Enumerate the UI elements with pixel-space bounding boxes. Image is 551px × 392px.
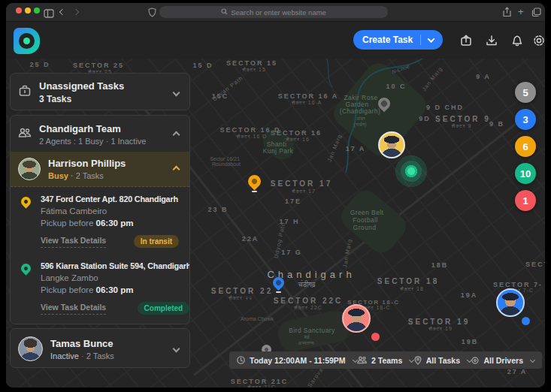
driver-avatar-blue[interactable]: [496, 288, 525, 317]
browser-chrome: Search or enter website name +: [6, 3, 545, 21]
view-task-details-link[interactable]: View Task Details: [41, 303, 106, 315]
task-item[interactable]: 347 Ford Center Apt. 820 Chandigarh Fáti…: [11, 187, 189, 257]
filter-date-range[interactable]: Today 12:00AM - 11:59PM: [237, 356, 357, 365]
pickup-time: 06:30 pm: [96, 219, 134, 228]
agent-name: Tamas Bunce: [50, 338, 166, 349]
pickup-time: 06:30 pm: [96, 285, 134, 294]
briefcase-icon: [18, 84, 32, 101]
driver-avatar-red[interactable]: [342, 304, 371, 333]
avatar: [18, 158, 41, 180]
task-contact: Fátima Cambeiro: [41, 207, 180, 216]
avatar: [18, 336, 43, 361]
unassigned-count: 3 Tasks: [39, 94, 166, 104]
team-header[interactable]: Chandigarh Team 2 Agents : 1 Busy · 1 In…: [11, 116, 189, 152]
team-card: Chandigarh Team 2 Agents : 1 Busy · 1 In…: [10, 115, 190, 324]
task-item[interactable]: 596 Kiarra Station Suite 594, Chandigarh…: [11, 257, 189, 324]
export-icon[interactable]: [459, 34, 473, 47]
agent-status-badge: Busy: [48, 171, 68, 180]
status-badge: Completed: [138, 302, 190, 315]
minimize-window-button[interactable]: [25, 8, 31, 14]
agent-task-count: 2 Tasks: [76, 171, 104, 180]
download-icon[interactable]: [485, 34, 498, 47]
chevron-down-icon[interactable]: [173, 345, 180, 353]
unassigned-title: Unassigned Tasks: [39, 80, 166, 92]
active-driver-pulse[interactable]: [395, 155, 428, 188]
search-icon: [221, 8, 228, 17]
unassigned-tasks-card[interactable]: Unassigned Tasks 3 Tasks: [10, 73, 190, 110]
agent-card-tamas[interactable]: Tamas Bunce Inactive · 2 Tasks: [10, 328, 190, 368]
app-logo[interactable]: [14, 28, 40, 54]
tabs-icon[interactable]: [531, 7, 541, 20]
create-task-label: Create Task: [362, 35, 413, 45]
cluster-badge-completed[interactable]: 10: [515, 163, 536, 184]
pin-base: [252, 191, 257, 192]
chevron-up-icon[interactable]: [173, 165, 180, 173]
close-window-button[interactable]: [16, 8, 22, 14]
create-task-button[interactable]: Create Task: [353, 30, 443, 50]
clock-icon: [237, 356, 245, 364]
task-address: 596 Kiarra Station Suite 594, Chandigarh: [41, 261, 190, 270]
browser-window: Search or enter website name + Create Ta…: [6, 3, 545, 387]
task-dot-blue[interactable]: [522, 317, 530, 325]
status-badge: In transit: [134, 235, 179, 248]
chevron-down-icon[interactable]: [173, 89, 180, 96]
teams-icon: [357, 356, 367, 364]
chevron-down-icon: [530, 357, 535, 363]
zoom-window-button[interactable]: [34, 8, 40, 14]
filter-drivers[interactable]: All Drivers: [471, 356, 534, 365]
agent-name: Harrison Phillips: [48, 158, 166, 169]
agent-task-count: 2 Tasks: [86, 351, 114, 360]
driver-avatar-yellow[interactable]: [378, 131, 405, 158]
pickup-pin-icon: [19, 194, 32, 208]
cluster-badge-inprogress[interactable]: 6: [515, 136, 536, 157]
new-tab-icon[interactable]: +: [518, 6, 524, 17]
cluster-badge-unassigned[interactable]: 5: [515, 82, 536, 103]
back-icon[interactable]: [59, 9, 65, 15]
agent-status: Inactive: [50, 351, 79, 360]
pin-base: [276, 291, 281, 293]
task-dot-red[interactable]: [371, 333, 380, 341]
filter-tasks[interactable]: All Tasks: [414, 356, 471, 365]
task-contact: Langke Zambo: [41, 273, 190, 282]
pin-icon: [414, 356, 422, 365]
team-icon: [18, 127, 32, 142]
team-summary: 2 Agents : 1 Busy · 1 Inactive: [39, 137, 166, 146]
app-header: Create Task: [6, 21, 545, 59]
address-bar-placeholder: Search or enter website name: [231, 8, 326, 17]
bell-icon[interactable]: [510, 34, 524, 47]
chevron-down-icon: [428, 35, 435, 43]
cluster-badge-failed[interactable]: 1: [515, 190, 536, 211]
gear-icon[interactable]: [532, 34, 545, 47]
chevron-up-icon[interactable]: [173, 131, 180, 138]
filter-teams[interactable]: 2 Teams: [357, 356, 413, 365]
cluster-badge-assigned[interactable]: 3: [515, 109, 536, 130]
view-task-details-link[interactable]: View Task Details: [41, 236, 106, 248]
forward-icon[interactable]: [73, 9, 79, 15]
filter-bar: Today 12:00AM - 11:59PM 2 Teams All Task…: [229, 351, 542, 369]
team-name: Chandigarh Team: [39, 123, 166, 134]
shield-icon[interactable]: [148, 7, 156, 20]
share-icon[interactable]: [502, 7, 512, 20]
address-bar[interactable]: Search or enter website name: [159, 6, 388, 18]
agent-row-harrison[interactable]: Harrison Phillips Busy · 2 Tasks: [11, 152, 189, 187]
map-canvas[interactable]: 25 D SECTOR 25 सैक्टर 25 15 D SECTOR 15 …: [6, 59, 545, 387]
sidebar-toggle-icon[interactable]: [44, 8, 54, 21]
pickup-pin-icon: [19, 261, 32, 275]
task-address: 347 Ford Center Apt. 820 Chandigarh: [41, 194, 180, 204]
driver-icon: [471, 357, 479, 364]
